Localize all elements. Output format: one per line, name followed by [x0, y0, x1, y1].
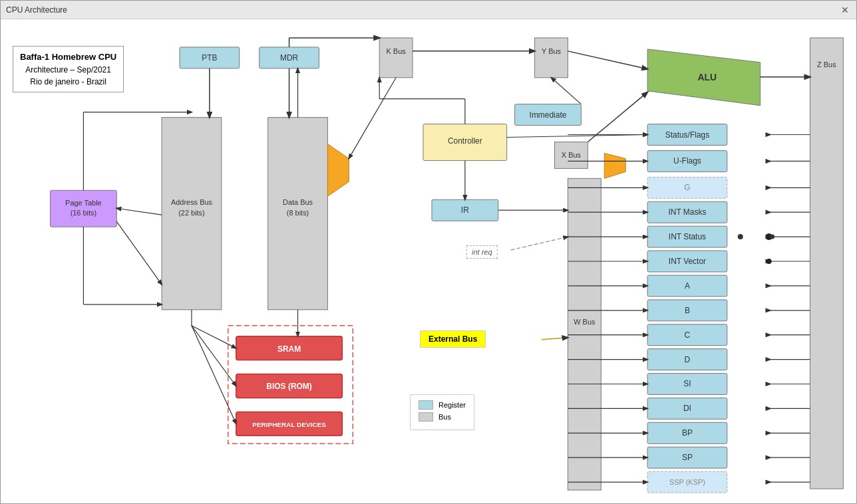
- svg-line-118: [116, 208, 162, 215]
- window-title: CPU Architecture: [6, 5, 67, 15]
- svg-text:U-Flags: U-Flags: [673, 156, 701, 166]
- svg-text:INT Masks: INT Masks: [668, 207, 706, 217]
- svg-text:Y Bus: Y Bus: [542, 47, 562, 55]
- svg-text:BIOS (ROM): BIOS (ROM): [266, 382, 311, 391]
- svg-text:A: A: [685, 281, 690, 291]
- svg-text:DI: DI: [683, 404, 691, 413]
- svg-rect-2: [535, 38, 568, 78]
- svg-text:Immediate: Immediate: [530, 110, 567, 120]
- svg-text:D: D: [685, 355, 691, 364]
- svg-line-119: [116, 221, 162, 285]
- svg-line-133: [542, 338, 568, 340]
- svg-point-136: [770, 235, 774, 239]
- svg-text:G: G: [684, 183, 690, 192]
- svg-text:SSP (KSP): SSP (KSP): [669, 478, 705, 486]
- svg-text:INT Vector: INT Vector: [669, 257, 706, 266]
- svg-text:IR: IR: [461, 205, 469, 215]
- svg-text:Z Bus: Z Bus: [817, 61, 836, 68]
- svg-text:Address Bus: Address Bus: [171, 198, 213, 206]
- svg-text:C: C: [685, 330, 691, 340]
- svg-marker-69: [604, 153, 625, 178]
- svg-text:ALU: ALU: [698, 72, 717, 82]
- svg-line-125: [192, 326, 236, 348]
- svg-text:Data Bus: Data Bus: [283, 198, 313, 206]
- titlebar: CPU Architecture ✕: [1, 1, 856, 19]
- svg-text:MDR: MDR: [280, 53, 299, 63]
- svg-point-135: [767, 259, 772, 264]
- svg-text:B: B: [685, 306, 690, 315]
- svg-text:SP: SP: [682, 453, 693, 462]
- svg-point-71: [738, 234, 743, 239]
- main-window: CPU Architecture ✕ Baffa-1 Homebrew CPU …: [0, 0, 857, 504]
- svg-text:W Bus: W Bus: [574, 318, 596, 326]
- svg-marker-68: [327, 144, 349, 196]
- svg-text:K Bus: K Bus: [387, 47, 407, 55]
- svg-text:(16 bits): (16 bits): [71, 209, 97, 217]
- close-button[interactable]: ✕: [839, 4, 851, 16]
- svg-line-111: [551, 78, 581, 104]
- svg-text:(22 bits): (22 bits): [178, 209, 205, 217]
- svg-text:Controller: Controller: [448, 136, 482, 146]
- svg-line-78: [568, 51, 647, 69]
- svg-text:PTB: PTB: [202, 53, 217, 63]
- svg-text:X Bus: X Bus: [562, 151, 582, 159]
- svg-rect-4: [810, 38, 843, 489]
- svg-text:BP: BP: [682, 428, 693, 438]
- svg-text:PERIPHERAL DEVICES: PERIPHERAL DEVICES: [252, 421, 326, 428]
- diagram-area: Baffa-1 Homebrew CPU Architecture – Sep/…: [1, 19, 856, 503]
- svg-line-126: [192, 326, 236, 386]
- svg-text:Status/Flags: Status/Flags: [665, 130, 709, 140]
- svg-line-132: [511, 237, 568, 250]
- svg-rect-12: [568, 178, 601, 490]
- svg-rect-0: [379, 38, 413, 78]
- svg-line-127: [192, 326, 236, 424]
- diagram-svg: K Bus Y Bus Z Bus Address Bus (22 bits) …: [1, 19, 856, 503]
- svg-text:SRAM: SRAM: [277, 344, 301, 354]
- svg-line-131: [349, 78, 396, 159]
- svg-text:Page Table: Page Table: [65, 199, 102, 207]
- svg-text:SI: SI: [683, 379, 691, 388]
- svg-text:(8 bits): (8 bits): [287, 209, 309, 217]
- svg-text:INT Status: INT Status: [669, 232, 706, 241]
